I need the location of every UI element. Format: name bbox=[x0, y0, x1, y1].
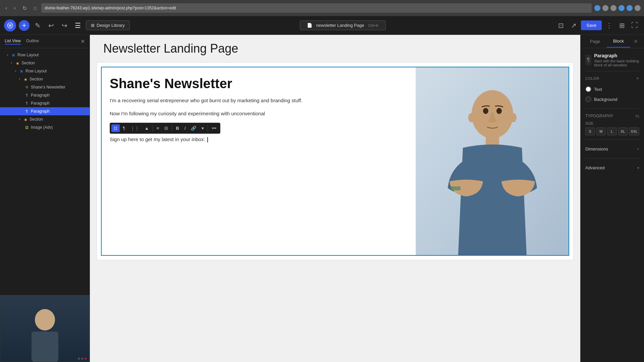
add-block-button[interactable]: + bbox=[19, 20, 30, 31]
toolbar-table-btn[interactable]: ⊟ bbox=[162, 124, 170, 132]
outline-tree: ▾ ⊞ Row Layout ▾ ◉ Section ▾ ⊞ Row Layou… bbox=[0, 48, 90, 295]
external-link-button[interactable]: ↗ bbox=[568, 20, 579, 31]
toolbar-drag-handle-btn[interactable]: ⋮⋮ bbox=[128, 124, 142, 132]
redo-button[interactable]: ↪ bbox=[59, 20, 70, 31]
fullscreen-button[interactable]: ⛶ bbox=[629, 20, 640, 31]
right-panel-close-button[interactable]: ✕ bbox=[630, 35, 641, 48]
chevron-icon: ▾ bbox=[17, 117, 21, 121]
tree-item-section-1[interactable]: ▾ ◉ Section bbox=[0, 59, 90, 67]
wp-logo[interactable]: W bbox=[4, 19, 16, 32]
toolbar-options-btn[interactable]: ••• bbox=[209, 124, 219, 132]
size-l-btn[interactable]: L bbox=[607, 127, 617, 135]
browser-back-btn[interactable]: ‹ bbox=[3, 4, 9, 12]
tree-label: Section bbox=[30, 77, 43, 81]
text-cursor bbox=[207, 137, 208, 142]
undo-button[interactable]: ↩ bbox=[46, 20, 56, 31]
typography-edit-icon[interactable]: ⇆ bbox=[635, 113, 639, 119]
tree-item-shanes-newsletter[interactable]: H Shane's Newsletter bbox=[0, 83, 90, 91]
size-s-btn[interactable]: S bbox=[585, 127, 595, 135]
toolbar-align-btn[interactable]: ≡ bbox=[154, 124, 162, 132]
typography-header: Typography ⇆ bbox=[585, 113, 639, 119]
browser-extension-icon-2[interactable] bbox=[602, 5, 608, 11]
wp-toolbar: W + ✎ ↩ ↪ ☰ ⊞ Design Library 📄 newslette… bbox=[0, 16, 644, 35]
edit-tools-button[interactable]: ✎ bbox=[32, 20, 43, 31]
list-view-button[interactable]: ☰ bbox=[72, 20, 83, 31]
design-library-label: Design Library bbox=[97, 23, 125, 28]
dimensions-add-icon[interactable]: + bbox=[637, 147, 639, 152]
page-icon: 📄 bbox=[307, 23, 312, 28]
view-toggle-button[interactable]: ⊞ bbox=[616, 20, 627, 31]
size-xxl-btn[interactable]: XXL bbox=[629, 127, 639, 135]
toolbar-more-dropdown-btn[interactable]: ▾ bbox=[199, 124, 206, 132]
tree-item-row-layout-2[interactable]: ▾ ⊞ Row Layout bbox=[0, 67, 90, 75]
toolbar-drag-btn[interactable]: ⊡ bbox=[111, 124, 120, 132]
row-layout-icon: ⊞ bbox=[19, 68, 24, 74]
tab-page[interactable]: Page bbox=[583, 36, 607, 47]
svg-point-12 bbox=[510, 113, 517, 122]
section-icon: ◉ bbox=[23, 76, 28, 82]
toolbar-italic-btn[interactable]: I bbox=[182, 124, 188, 132]
canvas-area[interactable]: Newsletter Landing Page Shane's Newslett… bbox=[90, 35, 580, 362]
browser-extension-icon-5[interactable] bbox=[627, 5, 633, 11]
video-preview bbox=[0, 295, 90, 362]
right-panel: Page Block ✕ ¶ Paragraph Start with the … bbox=[580, 35, 644, 362]
divider-3 bbox=[585, 139, 639, 140]
tree-item-section-2[interactable]: ▾ ◉ Section bbox=[0, 75, 90, 83]
page-title-bar[interactable]: 📄 newsletter Landing Page Ctrl+K bbox=[300, 20, 386, 30]
size-xl-btn[interactable]: XL bbox=[618, 127, 628, 135]
canvas-left-column[interactable]: Shane's Newsletter I'm a recovering seri… bbox=[102, 67, 416, 255]
background-color-label: Background bbox=[594, 97, 617, 102]
heading-block-icon: H bbox=[24, 84, 30, 90]
browser-extension-icon-3[interactable] bbox=[610, 5, 616, 11]
canvas-section[interactable]: Shane's Newsletter I'm a recovering seri… bbox=[101, 67, 569, 256]
paragraph-2[interactable]: Now I'm following my curiosity and exper… bbox=[110, 110, 408, 118]
tab-block[interactable]: Block bbox=[607, 35, 630, 48]
toolbar-paragraph-btn[interactable]: ¶ bbox=[120, 124, 127, 132]
paragraph-block-icon: ¶ bbox=[24, 93, 30, 98]
tab-list-view[interactable]: List View bbox=[5, 39, 21, 45]
section-icon: ◉ bbox=[15, 60, 20, 66]
sign-up-text[interactable]: Sign up here to get my latest in your in… bbox=[110, 136, 408, 142]
tab-outline[interactable]: Outline bbox=[26, 39, 39, 45]
svg-point-2 bbox=[35, 309, 55, 330]
browser-extension-icon-4[interactable] bbox=[619, 5, 625, 11]
size-m-btn[interactable]: M bbox=[596, 127, 606, 135]
advanced-toggle[interactable]: Advanced ▾ bbox=[585, 163, 639, 173]
tree-item-paragraph-3-selected[interactable]: ¶ Paragraph ⋮ bbox=[0, 107, 90, 115]
dimensions-label: Dimensions bbox=[585, 146, 608, 152]
page-title-label: newsletter Landing Page bbox=[316, 23, 364, 28]
browser-extension-icon-1[interactable] bbox=[594, 5, 600, 11]
tree-item-paragraph-2[interactable]: ¶ Paragraph bbox=[0, 99, 90, 107]
tree-item-more-button[interactable]: ⋮ bbox=[82, 109, 87, 114]
background-color-swatch[interactable] bbox=[585, 96, 591, 102]
tree-item-image-adv[interactable]: 🖼 Image (Adv) bbox=[0, 123, 90, 131]
tree-label: Paragraph bbox=[31, 101, 50, 106]
tree-item-row-layout-1[interactable]: ▾ ⊞ Row Layout bbox=[0, 51, 90, 59]
toolbar-bold-btn[interactable]: B bbox=[173, 124, 181, 132]
image-block-icon: 🖼 bbox=[24, 125, 30, 130]
tree-item-paragraph-1[interactable]: ¶ Paragraph bbox=[0, 91, 90, 99]
toolbar-link-btn[interactable]: 🔗 bbox=[189, 124, 199, 132]
newsletter-heading[interactable]: Shane's Newsletter bbox=[110, 75, 408, 92]
browser-home-btn[interactable]: ⌂ bbox=[32, 4, 39, 12]
toolbar-move-btn[interactable]: ▲ bbox=[142, 124, 151, 132]
panel-close-button[interactable]: ✕ bbox=[80, 38, 85, 45]
browser-url-bar[interactable] bbox=[41, 3, 592, 13]
advanced-label: Advanced bbox=[585, 165, 605, 170]
browser-refresh-btn[interactable]: ↻ bbox=[20, 4, 29, 13]
tree-label: Paragraph bbox=[31, 109, 50, 114]
sign-up-text-content: Sign up here to get my latest in your in… bbox=[110, 136, 205, 142]
dimensions-toggle[interactable]: Dimensions + bbox=[585, 144, 639, 154]
browser-profile-icon[interactable] bbox=[635, 5, 641, 11]
color-add-icon[interactable]: + bbox=[636, 75, 639, 81]
text-color-swatch[interactable] bbox=[585, 86, 591, 92]
more-options-button[interactable]: ⋮ bbox=[604, 20, 614, 31]
browser-forward-btn[interactable]: › bbox=[12, 4, 17, 12]
left-panel: List View Outline ✕ ▾ ⊞ Row Layout ▾ ◉ S… bbox=[0, 35, 90, 362]
design-library-button[interactable]: ⊞ Design Library bbox=[86, 20, 130, 30]
tree-item-section-3[interactable]: ▾ ◉ Section bbox=[0, 115, 90, 123]
preview-button[interactable]: ⊡ bbox=[555, 20, 566, 31]
paragraph-1[interactable]: I'm a recovering serial entrepreneur who… bbox=[110, 97, 408, 105]
chevron-icon: ▾ bbox=[17, 77, 21, 81]
save-button[interactable]: Save bbox=[581, 20, 602, 30]
